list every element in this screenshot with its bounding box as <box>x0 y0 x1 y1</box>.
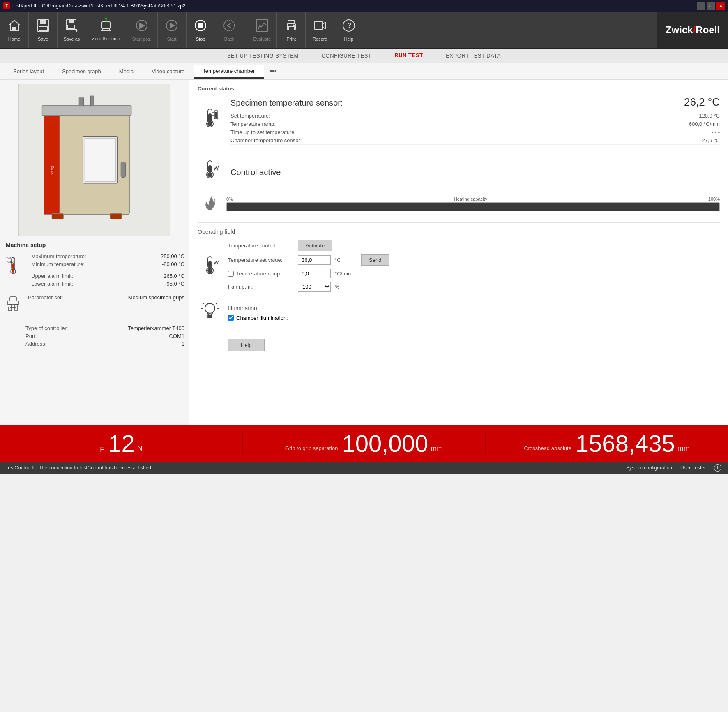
bar-fill <box>227 203 645 211</box>
svg-rect-38 <box>52 213 63 219</box>
back-button[interactable]: Back <box>215 12 244 48</box>
time-up-row: Time up to set temperature - - - <box>230 128 720 136</box>
svg-rect-33 <box>42 106 131 116</box>
tab-run-test[interactable]: RUN TEST <box>383 49 434 62</box>
save-button[interactable]: Save <box>29 12 58 48</box>
thermometer-icon <box>198 107 222 134</box>
minimize-button[interactable]: ─ <box>697 2 705 10</box>
machine-setup-section: ↑MAX ↓MIN Maximum temperature: 250,00 °C… <box>4 252 184 288</box>
more-tabs-button[interactable]: ••• <box>264 64 282 78</box>
crosshead-value: 1568,435 <box>576 432 675 455</box>
illumination-title: Illumination <box>228 305 720 312</box>
zero-force-icon <box>99 18 113 35</box>
specimen-sensor-row: Specimen temperature sensor: 26,2 °C Set… <box>198 96 720 145</box>
heating-capacity-label: Heating capacity <box>454 196 487 201</box>
evaluate-button[interactable]: Evaluate <box>248 12 277 48</box>
help-toolbar-button[interactable]: ? Help <box>334 12 363 48</box>
upper-alarm-value: 265,0 °C <box>164 273 184 279</box>
specimen-sensor-info: Specimen temperature sensor: 26,2 °C Set… <box>230 96 720 145</box>
port-value: COM1 <box>169 333 184 339</box>
temp-set-value-input[interactable] <box>298 255 331 265</box>
svg-text:Zwick: Zwick <box>51 166 55 175</box>
close-button[interactable]: ✕ <box>716 2 725 10</box>
svg-rect-35 <box>85 139 116 181</box>
force-section: F 12 N <box>0 432 243 455</box>
svg-point-19 <box>224 20 235 31</box>
temp-ramp-input[interactable] <box>298 269 331 278</box>
svg-rect-26 <box>288 27 294 30</box>
save-label: Save <box>38 37 48 42</box>
sub-tab-media[interactable]: Media <box>110 65 143 79</box>
fan-select[interactable]: 100 75 50 25 0 <box>298 282 331 292</box>
print-label: Print <box>287 37 296 42</box>
save-as-button[interactable]: + Save as <box>58 12 86 48</box>
sub-tab-temperature-chamber[interactable]: Temperature chamber <box>194 65 264 79</box>
temp-ramp-unit: °C/min <box>335 270 355 277</box>
svg-rect-8 <box>102 22 110 28</box>
evaluate-label: Evaluate <box>253 37 271 42</box>
title-bar-controls[interactable]: ─ □ ✕ <box>697 2 725 10</box>
tab-setup-testing[interactable]: SET UP TESTING SYSTEM <box>216 49 310 62</box>
help-content-button[interactable]: Help <box>228 339 265 351</box>
send-button[interactable]: Send <box>361 254 389 266</box>
address-label: Address: <box>25 341 46 347</box>
tab-configure-test[interactable]: CONFIGURE TEST <box>310 49 383 62</box>
stop-button[interactable]: Stop <box>187 12 215 48</box>
left-panel: Zwick Machine setup ↑MAX ↓MIN <box>0 80 189 425</box>
svg-rect-6 <box>67 25 74 29</box>
svg-marker-16 <box>170 23 175 28</box>
app-icon: Z <box>3 2 10 9</box>
start-button[interactable]: Start <box>158 12 187 48</box>
chamber-image: Zwick <box>18 84 170 236</box>
temp-range-icon: ↑MAX ↓MIN <box>4 254 22 277</box>
temp-ramp-checkbox[interactable] <box>228 271 234 277</box>
activate-button[interactable]: Activate <box>298 240 332 251</box>
start-pos-label: Start pos. <box>132 37 151 42</box>
svg-line-24 <box>264 23 266 25</box>
bottom-bar: F 12 N Grip to grip separation 100,000 m… <box>0 425 728 462</box>
info-icon[interactable]: ℹ <box>714 464 721 472</box>
temp-control-icon <box>198 255 222 281</box>
svg-text:+: + <box>75 28 78 33</box>
svg-rect-0 <box>12 27 16 31</box>
svg-rect-49 <box>7 301 19 304</box>
crosshead-unit: mm <box>677 444 690 455</box>
grip-label: Grip to grip separation <box>285 445 338 455</box>
home-icon <box>7 18 22 35</box>
sensor-details: Set temperature: 120,0 °C Temperature ra… <box>230 112 720 145</box>
svg-point-66 <box>208 173 212 177</box>
svg-rect-73 <box>208 317 212 318</box>
crosshead-label: Crosshead absolute <box>524 445 571 455</box>
force-unit: N <box>137 444 143 455</box>
chamber-sensor-row: Chamber temperature sensor: 27,9 °C <box>230 136 720 145</box>
force-value: 12 <box>108 432 135 455</box>
start-pos-button[interactable]: Start pos. <box>126 12 157 48</box>
illumination-row: Illumination Chamber illumination: <box>198 301 720 325</box>
print-button[interactable]: Print <box>277 12 306 48</box>
set-temp-label: Set temperature: <box>230 113 270 119</box>
bar-min-label: 0% <box>226 196 233 201</box>
nav-tabs: SET UP TESTING SYSTEM CONFIGURE TEST RUN… <box>0 49 728 63</box>
sub-tab-series-layout[interactable]: Series layout <box>4 65 53 79</box>
chamber-illustration: Zwick <box>29 90 160 230</box>
back-icon <box>222 18 237 35</box>
record-icon <box>313 18 327 35</box>
title-bar: Z testXpert III - C:\ProgramData\zwick\t… <box>0 0 728 12</box>
tab-export-test[interactable]: EXPORT TEST DATA <box>434 49 512 62</box>
sub-tab-specimen-graph[interactable]: Specimen graph <box>53 65 110 79</box>
record-button[interactable]: Record <box>306 12 334 48</box>
status-footer: testControl II - The connection to testC… <box>0 462 728 474</box>
chamber-illumination-checkbox[interactable] <box>228 315 234 321</box>
home-button[interactable]: Home <box>0 12 29 48</box>
upper-alarm-row: Upper alarm limit: 265,0 °C <box>31 272 184 280</box>
system-config-link[interactable]: System configuration <box>626 465 672 471</box>
zero-force-button[interactable]: Zero the force <box>86 12 126 48</box>
grip-section: Grip to grip separation 100,000 mm <box>243 432 486 455</box>
temp-ramp-value: 600,0 °C/min <box>689 121 720 127</box>
restore-button[interactable]: □ <box>707 2 715 10</box>
temp-set-unit: °C <box>335 257 355 263</box>
help-button-container: Help <box>228 331 720 351</box>
sub-tab-video-capture[interactable]: Video capture <box>143 65 194 79</box>
port-row: Port: COM1 <box>25 332 184 340</box>
param-set-value: Medium specimen grips <box>128 294 184 301</box>
